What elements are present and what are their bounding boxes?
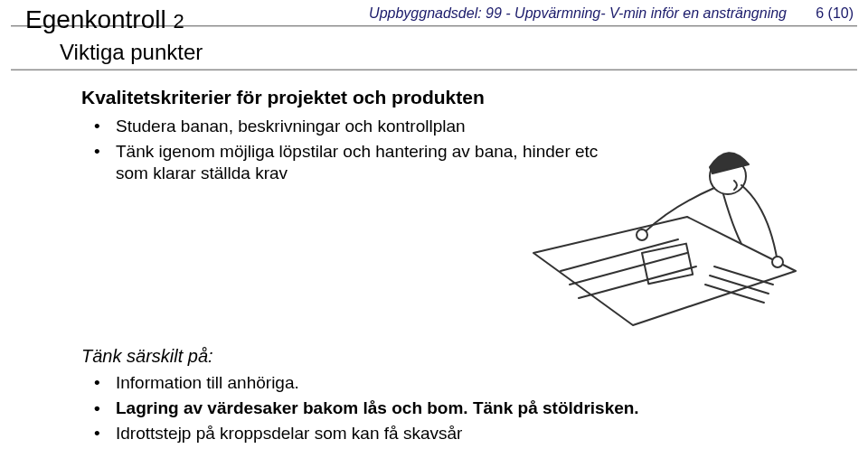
page-number: 6 (10) <box>816 5 854 22</box>
svg-point-9 <box>772 257 783 267</box>
list-item: Information till anhöriga. <box>94 372 832 394</box>
list-item: Studera banan, beskrivningar och kontrol… <box>94 116 832 137</box>
section2-heading: Tänk särskilt på: <box>81 346 832 367</box>
header-meta: Uppbyggnadsdel: 99 - Uppvärmning- V-min … <box>369 5 787 22</box>
page-subtitle: Viktiga punkter <box>60 40 203 65</box>
svg-point-8 <box>637 229 647 240</box>
title-number: 2 <box>173 10 184 33</box>
list-item: Idrottstejp på kroppsdelar som kan få sk… <box>94 423 832 444</box>
reader-illustration <box>506 136 805 334</box>
section2-list: Information till anhöriga. Lagring av vä… <box>81 372 832 444</box>
list-item: Lagring av värdesaker bakom lås och bom.… <box>94 397 832 419</box>
section1-heading: Kvalitetskriterier för projektet och pro… <box>81 87 832 108</box>
page-title: Egenkontroll 2 <box>25 5 184 34</box>
title-main-text: Egenkontroll <box>25 5 166 33</box>
